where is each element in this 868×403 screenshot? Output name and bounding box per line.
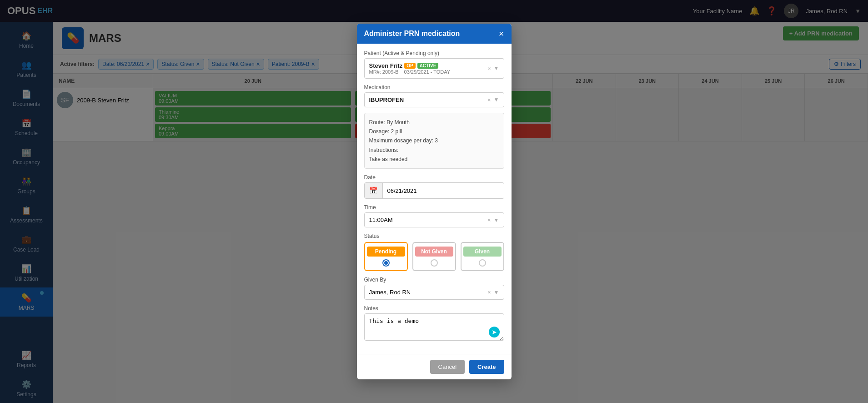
- med-route: Route: By Mouth: [369, 118, 499, 127]
- patient-date-range: 03/29/2021 - TODAY: [404, 69, 451, 75]
- patient-name-display: Steven Fritz: [369, 62, 403, 69]
- patient-form-group: Patient (Active & Pending only) Steven F…: [364, 50, 504, 79]
- badge-active: ACTIVE: [417, 63, 439, 69]
- modal-overlay: Administer PRN medication × Patient (Act…: [0, 0, 868, 403]
- modal-close-button[interactable]: ×: [499, 29, 504, 38]
- date-input[interactable]: [383, 184, 504, 198]
- calendar-icon: 📅: [365, 183, 383, 198]
- med-chevron-icon[interactable]: ▼: [494, 96, 499, 103]
- med-select-controls: × ▼: [487, 96, 499, 103]
- given-by-chevron-icon[interactable]: ▼: [494, 289, 499, 296]
- patient-clear-icon[interactable]: ×: [487, 65, 491, 72]
- medication-name: IBUPROFEN: [369, 96, 404, 103]
- given-by-value: James, Rod RN: [369, 289, 411, 296]
- med-details-box: Route: By Mouth Dosage: 2 pill Maximum d…: [364, 113, 504, 169]
- status-radio-pending[interactable]: [382, 259, 390, 267]
- medication-form-group: Medication IBUPROFEN × ▼: [364, 84, 504, 107]
- status-option-pending[interactable]: Pending: [364, 242, 408, 271]
- status-badge-given: Given: [463, 247, 502, 257]
- status-form-group: Status Pending Not Given Given: [364, 233, 504, 271]
- given-by-label: Given By: [364, 277, 504, 283]
- notes-form-group: Notes This is a demo ➤: [364, 305, 504, 342]
- patient-select-info: Steven Fritz OP ACTIVE MR#: 2009-B 03/29…: [369, 62, 451, 75]
- cancel-button[interactable]: Cancel: [430, 360, 465, 374]
- administer-prn-modal: Administer PRN medication × Patient (Act…: [357, 24, 512, 380]
- notes-textarea[interactable]: This is a demo: [364, 313, 504, 341]
- badge-op: OP: [404, 63, 415, 69]
- modal-body: Patient (Active & Pending only) Steven F…: [357, 44, 512, 354]
- status-radio-not-given[interactable]: [431, 259, 438, 267]
- date-form-group: Date 📅: [364, 174, 504, 199]
- patient-select-controls: × ▼: [487, 65, 499, 72]
- med-instructions-value: Take as needed: [369, 155, 499, 164]
- time-select-controls: × ▼: [487, 217, 499, 223]
- given-by-controls: × ▼: [487, 289, 499, 296]
- status-badge-pending: Pending: [367, 247, 405, 257]
- date-input-row: 📅: [364, 182, 504, 199]
- time-chevron-icon[interactable]: ▼: [494, 217, 499, 223]
- med-details-group: Route: By Mouth Dosage: 2 pill Maximum d…: [364, 113, 504, 169]
- patient-chevron-icon[interactable]: ▼: [494, 65, 499, 71]
- given-by-clear-icon[interactable]: ×: [487, 289, 491, 296]
- modal-title: Administer PRN medication: [364, 30, 460, 38]
- patient-mr: MR#: 2009-B: [369, 69, 399, 75]
- notes-wrapper: This is a demo ➤: [364, 313, 504, 342]
- med-dosage: Dosage: 2 pill: [369, 127, 499, 136]
- patient-meta: MR#: 2009-B 03/29/2021 - TODAY: [369, 69, 451, 75]
- medication-label: Medication: [364, 84, 504, 91]
- status-label: Status: [364, 233, 504, 239]
- time-form-group: Time 11:00AM × ▼: [364, 204, 504, 227]
- time-select[interactable]: 11:00AM × ▼: [364, 212, 504, 227]
- med-instructions-label: Instructions:: [369, 146, 499, 155]
- time-label: Time: [364, 204, 504, 211]
- time-clear-icon[interactable]: ×: [487, 217, 491, 223]
- status-option-not-given[interactable]: Not Given: [412, 242, 456, 271]
- time-value: 11:00AM: [369, 217, 393, 223]
- status-badge-not-given: Not Given: [415, 247, 453, 257]
- patient-select[interactable]: Steven Fritz OP ACTIVE MR#: 2009-B 03/29…: [364, 58, 504, 79]
- status-option-given[interactable]: Given: [461, 242, 504, 271]
- status-options: Pending Not Given Given: [364, 242, 504, 271]
- create-button[interactable]: Create: [469, 360, 504, 374]
- date-label: Date: [364, 174, 504, 181]
- notes-label: Notes: [364, 305, 504, 312]
- status-radio-given[interactable]: [479, 259, 486, 267]
- given-by-form-group: Given By James, Rod RN × ▼: [364, 277, 504, 300]
- notes-submit-icon[interactable]: ➤: [489, 327, 500, 338]
- patient-badges: Steven Fritz OP ACTIVE: [369, 62, 451, 69]
- medication-select[interactable]: IBUPROFEN × ▼: [364, 92, 504, 107]
- modal-footer: Cancel Create: [357, 354, 512, 379]
- patient-label: Patient (Active & Pending only): [364, 50, 504, 56]
- med-clear-icon[interactable]: ×: [487, 96, 491, 103]
- med-max-dosage: Maximum dosage per day: 3: [369, 136, 499, 145]
- given-by-select[interactable]: James, Rod RN × ▼: [364, 285, 504, 300]
- modal-header: Administer PRN medication ×: [357, 24, 512, 44]
